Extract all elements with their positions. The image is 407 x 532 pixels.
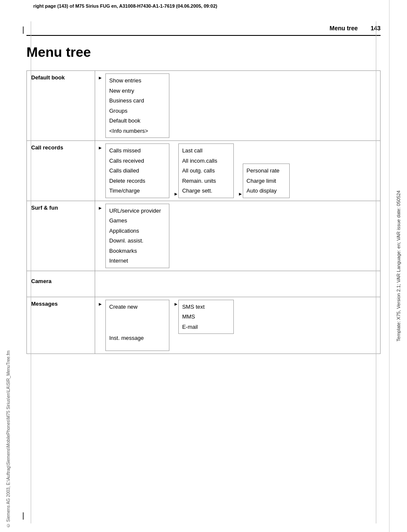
submenu-call-records: Calls missed Calls received Calls dialle… xyxy=(105,143,169,198)
breadcrumb: right page (143) of M75 Sirius FUG en, A… xyxy=(26,0,381,12)
tree-row-default-book: Default book ► Show entries New entry Bu… xyxy=(27,71,380,141)
arrow-call-records: ► xyxy=(95,141,105,201)
list-item: Inst. message xyxy=(109,333,166,343)
sidebar-right-text: Template: X75, Version 2.1; VAR Language… xyxy=(396,186,401,346)
list-item: Personal rate xyxy=(247,166,286,176)
list-item: Charge limit xyxy=(247,176,286,186)
submenu-messages: Create new Inst. message xyxy=(105,300,169,351)
arrow-charge-sett: ► xyxy=(236,191,243,201)
list-item: Default book xyxy=(109,116,166,126)
list-item: SMS text xyxy=(182,302,230,312)
list-item: MMS xyxy=(182,312,230,322)
label-messages: Messages xyxy=(27,297,95,354)
tree-row-camera: Camera xyxy=(27,271,380,297)
list-item: Downl. assist. xyxy=(109,236,166,246)
list-item: Bookmarks xyxy=(109,246,166,256)
list-item: Groups xyxy=(109,106,166,116)
menu-tree: Default book ► Show entries New entry Bu… xyxy=(26,70,381,354)
label-camera: Camera xyxy=(27,271,95,297)
decorative-line-left xyxy=(31,21,31,523)
page-header: Menu tree 143 xyxy=(26,12,381,36)
submenu-charge-sett: Personal rate Charge limit Auto display xyxy=(243,164,290,198)
page-title: Menu tree xyxy=(26,44,381,60)
list-item: All outg. calls xyxy=(182,166,230,176)
tree-row-surf-fun: Surf & fun ► URL/service provider Games … xyxy=(27,201,380,271)
tree-row-call-records: Call records ► Calls missed Calls receiv… xyxy=(27,141,380,201)
list-item: Internet xyxy=(109,256,166,266)
list-item: Calls received xyxy=(109,156,166,166)
arrow-messages: ► xyxy=(95,297,105,354)
list-item: Games xyxy=(109,216,166,226)
corner-mark-bl: | xyxy=(22,512,24,519)
page-header-title: Menu tree xyxy=(330,25,358,32)
list-item: Time/charge xyxy=(109,186,166,196)
list-item: Remain. units xyxy=(182,176,230,186)
list-item: Auto display xyxy=(247,186,286,196)
list-item: E-mail xyxy=(182,322,230,332)
list-item: New entry xyxy=(109,86,166,96)
label-surf-fun: Surf & fun xyxy=(27,201,95,271)
arrow-create-new: ► xyxy=(172,297,178,307)
list-item: All incom.calls xyxy=(182,156,230,166)
label-call-records: Call records xyxy=(27,141,95,201)
label-default-book: Default book xyxy=(27,71,95,140)
submenu-default-book: Show entries New entry Business card Gro… xyxy=(105,73,169,138)
list-item: Calls missed xyxy=(109,146,166,156)
list-item: Charge sett. xyxy=(182,186,230,196)
list-item: <Info numbers> xyxy=(109,126,166,136)
tree-row-messages: Messages ► Create new Inst. message ► SM… xyxy=(27,297,380,354)
list-item: Delete records xyxy=(109,176,166,186)
sidebar-right: Template: X75, Version 2.1; VAR Language… xyxy=(389,0,407,532)
list-item: Calls dialled xyxy=(109,166,166,176)
decorative-line-right xyxy=(376,21,376,523)
list-item: Create new xyxy=(109,302,166,312)
submenu-time-charge: Last call All incom.calls All outg. call… xyxy=(178,143,234,198)
corner-mark-tl: | xyxy=(22,26,24,33)
list-item: Last call xyxy=(182,146,230,156)
arrow-surf-fun: ► xyxy=(95,201,105,271)
copyright-text: © Siemens AG 2003, E:\Auftrag\Siemens\Mo… xyxy=(0,346,17,532)
list-item: URL/service provider xyxy=(109,206,166,216)
arrow-time-charge: ► xyxy=(172,191,178,201)
main-content: right page (143) of M75 Sirius FUG en, A… xyxy=(22,0,385,354)
submenu-create-new: SMS text MMS E-mail xyxy=(178,300,234,334)
submenu-surf-fun: URL/service provider Games Applications … xyxy=(105,204,169,268)
list-item: Show entries xyxy=(109,76,166,86)
arrow-default-book: ► xyxy=(95,71,105,140)
list-item: Business card xyxy=(109,96,166,106)
list-item: Applications xyxy=(109,226,166,236)
